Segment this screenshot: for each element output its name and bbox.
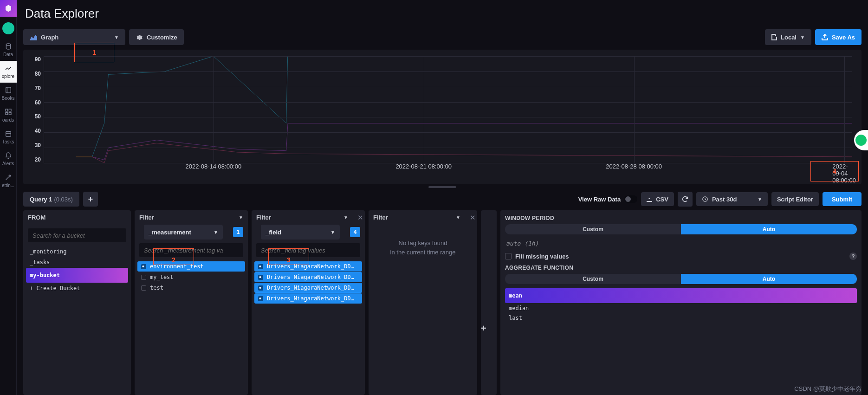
chevron-down-icon[interactable]: ▼ <box>456 215 460 220</box>
field-item[interactable]: Drivers_NiagaraNetwork_DD… <box>254 272 362 282</box>
svg-rect-2 <box>6 109 8 111</box>
field-item[interactable]: Drivers_NiagaraNetwork_DD… <box>254 261 362 272</box>
download-icon <box>647 196 652 202</box>
custom-option[interactable]: Custom <box>505 224 681 234</box>
fill-missing-checkbox[interactable]: Fill missing values? <box>505 251 857 262</box>
help-icon[interactable]: ? <box>849 253 857 260</box>
submit-button[interactable]: Submit <box>823 192 862 206</box>
window-mode-toggle[interactable]: CustomAuto <box>505 224 857 234</box>
bucket-list: _monitoring_tasksmy-bucket+ Create Bucke… <box>23 246 131 395</box>
measurement-item[interactable]: test <box>137 283 245 293</box>
main-content: Data Explorer Graph ▼ Customize Local ▼ … <box>17 0 868 395</box>
aggregate-function-title: AGGREGATE FUNCTION <box>505 265 857 271</box>
page-title: Data Explorer <box>25 6 862 21</box>
nav-explore[interactable]: xplore <box>0 61 17 83</box>
bucket-item[interactable]: my-bucket <box>26 268 128 283</box>
field-item[interactable]: Drivers_NiagaraNetwork_DD… <box>254 283 362 293</box>
query-builder: FROM _monitoring_tasksmy-bucket+ Create … <box>23 210 862 395</box>
func-mode-toggle[interactable]: CustomAuto <box>505 274 857 284</box>
refresh-icon <box>681 195 689 203</box>
nav-settings[interactable]: ettin... <box>0 170 17 192</box>
scope-select[interactable]: Local ▼ <box>765 29 811 45</box>
add-filter-button[interactable]: + <box>481 210 497 395</box>
scope-label: Local <box>781 34 797 41</box>
vis-type-select[interactable]: Graph ▼ <box>23 29 125 45</box>
svg-point-0 <box>6 44 10 45</box>
time-range-select[interactable]: Past 30d▼ <box>696 192 768 206</box>
auto-option[interactable]: Auto <box>681 224 857 234</box>
resize-handle[interactable] <box>428 186 456 188</box>
filter-title: Filter <box>256 214 271 221</box>
x-tick: 2022-08-14 08:00:00 <box>185 163 241 170</box>
window-period-title: WINDOW PERIOD <box>505 215 857 221</box>
function-item[interactable]: last <box>505 313 857 323</box>
clock-icon <box>702 196 708 202</box>
function-list: meanmedianlast <box>505 288 857 323</box>
plot-area[interactable] <box>44 56 852 163</box>
view-raw-toggle[interactable]: View Raw Data <box>578 195 638 203</box>
save-as-button[interactable]: Save As <box>815 29 862 45</box>
bucket-item[interactable]: _tasks <box>26 257 128 267</box>
filter-panel-2: Filter▼✕ _field▼4 Drivers_NiagaraNetwork… <box>252 210 365 395</box>
nav-tasks[interactable]: Tasks <box>0 126 17 148</box>
csv-button[interactable]: CSV <box>641 192 674 206</box>
filter-key-select[interactable]: _field▼ <box>261 225 340 240</box>
filter-panel-3: Filter▼✕ No tag keys foundin the current… <box>369 210 477 395</box>
chevron-down-icon[interactable]: ▼ <box>343 215 348 220</box>
add-query-button[interactable]: + <box>83 192 98 207</box>
nav-books[interactable]: Books <box>0 83 17 104</box>
x-axis: 2022-08-14 08:00:00 2022-08-21 08:00:00 … <box>44 163 852 172</box>
bucket-item[interactable]: + Create Bucket <box>26 283 128 293</box>
x-tick: 2022-09-04 08:00:00 <box>832 163 856 184</box>
filter-title: Filter <box>139 214 154 221</box>
filter-count-badge: 4 <box>350 227 360 237</box>
bucket-search[interactable] <box>28 228 126 242</box>
refresh-button[interactable] <box>678 192 693 207</box>
measurement-list: environment_testmy_testtest <box>135 261 248 395</box>
query-tab[interactable]: Query 1(0.03s) <box>23 192 79 207</box>
field-item[interactable]: Drivers_NiagaraNetwork_DD… <box>254 293 362 304</box>
x-tick: 2022-08-28 08:00:00 <box>606 163 662 170</box>
auto-option[interactable]: Auto <box>681 274 857 284</box>
measurement-item[interactable]: environment_test <box>137 261 245 272</box>
bucket-item[interactable]: _monitoring <box>26 246 128 257</box>
nav-boards[interactable]: oards <box>0 104 17 126</box>
avatar[interactable] <box>2 22 14 34</box>
aggregate-panel: WINDOW PERIOD CustomAuto auto (1h) Fill … <box>500 210 862 395</box>
wifi-icon <box>855 135 867 146</box>
graph-icon <box>30 34 37 40</box>
close-filter-icon[interactable]: ✕ <box>468 214 477 222</box>
script-editor-button[interactable]: Script Editor <box>771 192 819 206</box>
measurement-search[interactable] <box>139 243 243 257</box>
logo-icon[interactable] <box>0 0 17 17</box>
nav-data[interactable]: Data <box>0 39 17 61</box>
customize-button[interactable]: Customize <box>129 29 184 45</box>
svg-rect-4 <box>6 112 8 115</box>
watermark: CSDN @莫欺少中老年穷 <box>794 385 862 393</box>
query-toolbar: Query 1(0.03s) + View Raw Data CSV Past … <box>23 192 862 207</box>
save-icon <box>771 34 777 40</box>
export-icon <box>822 34 828 40</box>
svg-rect-1 <box>6 87 11 93</box>
empty-state: No tag keys foundin the current time ran… <box>369 225 477 271</box>
custom-option[interactable]: Custom <box>505 274 681 284</box>
field-search[interactable] <box>256 243 360 257</box>
filter-title: Filter <box>373 214 388 221</box>
chart-panel: 9080706050403020 2022-08-14 08:00:00 202… <box>23 50 862 184</box>
svg-rect-5 <box>9 112 11 115</box>
chevron-down-icon[interactable]: ▼ <box>239 215 243 220</box>
function-item[interactable]: median <box>505 304 857 313</box>
top-toolbar: Graph ▼ Customize Local ▼ Save As <box>23 29 862 45</box>
filter-key-select[interactable]: _measurement▼ <box>144 225 223 240</box>
nav-alerts[interactable]: Alerts <box>0 148 17 170</box>
measurement-item[interactable]: my_test <box>137 272 245 282</box>
svg-rect-6 <box>6 131 11 136</box>
x-tick: 2022-08-21 08:00:00 <box>395 163 452 170</box>
function-item[interactable]: mean <box>505 288 857 303</box>
svg-rect-3 <box>9 109 11 111</box>
save-as-label: Save As <box>832 34 855 41</box>
close-filter-icon[interactable]: ✕ <box>356 214 365 222</box>
from-panel: FROM _monitoring_tasksmy-bucket+ Create … <box>23 210 131 395</box>
field-list: Drivers_NiagaraNetwork_DD…Drivers_Niagar… <box>252 261 365 395</box>
customize-label: Customize <box>147 34 177 41</box>
